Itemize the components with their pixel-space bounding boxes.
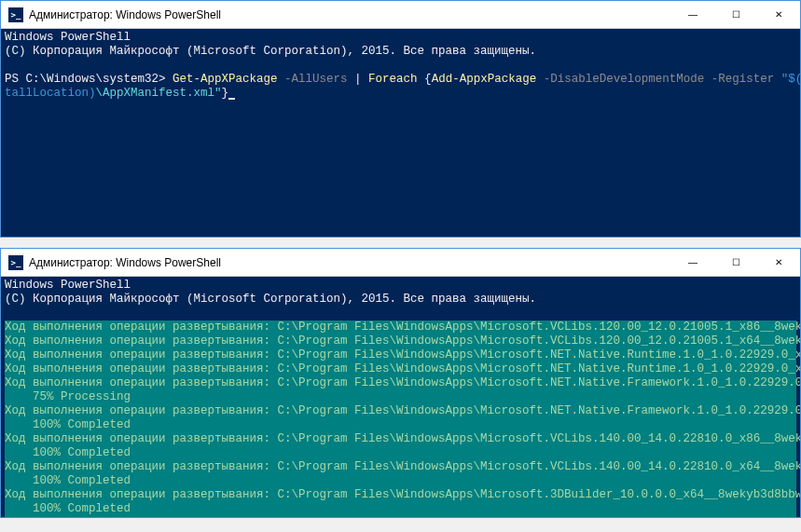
minimize-button[interactable]: — <box>671 1 714 28</box>
window-controls: — ☐ ✕ <box>671 1 800 28</box>
progress-line: Ход выполнения операции развертывания: C… <box>5 348 796 362</box>
window-title: Администратор: Windows PowerShell <box>29 256 671 269</box>
cmd-token: } <box>222 87 229 100</box>
progress-line: Ход выполнения операции развертывания: C… <box>5 376 796 390</box>
progress-line: Ход выполнения операции развертывания: C… <box>5 321 796 334</box>
cmd-token: Get-AppXPackage <box>173 73 284 86</box>
progress-line: Ход выполнения операции развертывания: C… <box>5 516 796 517</box>
powershell-window-1: >_ Администратор: Windows PowerShell — ☐… <box>0 0 801 238</box>
progress-line: Ход выполнения операции развертывания: C… <box>5 404 796 418</box>
window-title: Администратор: Windows PowerShell <box>29 8 671 21</box>
cmd-token: -DisableDevelopmentMode -Register <box>544 73 781 86</box>
cmd-token: { <box>424 73 432 86</box>
cmd-token: | <box>354 73 368 86</box>
ps-header-1: Windows PowerShell <box>5 31 131 44</box>
console-area[interactable]: Windows PowerShell (C) Корпорация Майкро… <box>1 277 800 517</box>
powershell-icon: >_ <box>8 255 23 270</box>
window-controls: — ☐ ✕ <box>671 249 800 276</box>
progress-line: 100% Completed <box>5 474 796 488</box>
cmd-token: tallLocation) <box>5 87 96 100</box>
console-area[interactable]: Windows PowerShell (C) Корпорация Майкро… <box>1 29 800 237</box>
progress-line: Ход выполнения операции развертывания: C… <box>5 432 796 446</box>
progress-line: 100% Completed <box>5 502 796 516</box>
cmd-token: Add-AppxPackage <box>432 73 544 86</box>
ps-prompt: PS C:\Windows\system32> <box>5 73 173 86</box>
cmd-token: -AllUsers <box>284 73 354 86</box>
ps-header-1: Windows PowerShell <box>5 279 131 292</box>
cursor <box>228 98 235 100</box>
powershell-window-2: >_ Администратор: Windows PowerShell — ☐… <box>0 248 801 518</box>
minimize-button[interactable]: — <box>671 249 714 276</box>
ps-header-2: (C) Корпорация Майкрософт (Microsoft Cor… <box>5 293 536 306</box>
progress-line: 100% Completed <box>5 418 796 432</box>
progress-line: Ход выполнения операции развертывания: C… <box>5 362 796 376</box>
powershell-icon: >_ <box>8 7 23 22</box>
progress-line: 75% Processing <box>5 390 796 404</box>
maximize-button[interactable]: ☐ <box>714 1 757 28</box>
progress-line: 100% Completed <box>5 446 796 460</box>
close-button[interactable]: ✕ <box>757 1 800 28</box>
cmd-token: "$( <box>781 73 800 86</box>
maximize-button[interactable]: ☐ <box>714 249 757 276</box>
cmd-token: \AppXManifest.xml" <box>96 87 222 100</box>
progress-line: Ход выполнения операции развертывания: C… <box>5 460 796 474</box>
titlebar[interactable]: >_ Администратор: Windows PowerShell — ☐… <box>1 1 800 29</box>
ps-header-2: (C) Корпорация Майкрософт (Microsoft Cor… <box>5 45 536 58</box>
titlebar[interactable]: >_ Администратор: Windows PowerShell — ☐… <box>1 249 800 277</box>
cmd-token: Foreach <box>368 73 424 86</box>
progress-line: Ход выполнения операции развертывания: C… <box>5 334 796 348</box>
progress-line: Ход выполнения операции развертывания: C… <box>5 488 796 502</box>
close-button[interactable]: ✕ <box>757 249 800 276</box>
